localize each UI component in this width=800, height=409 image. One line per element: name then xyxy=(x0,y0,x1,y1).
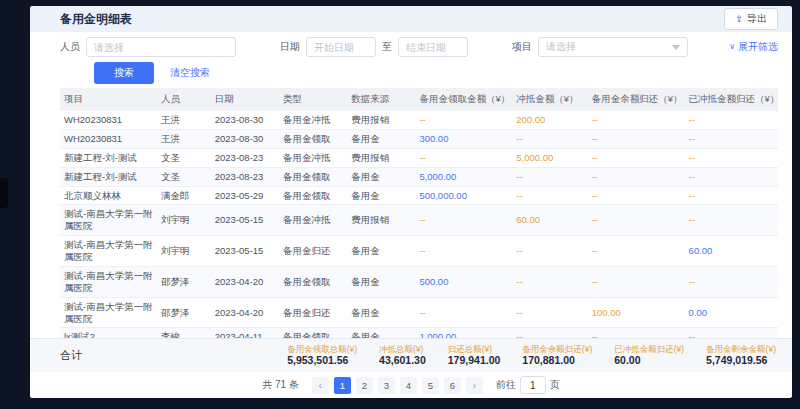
page-button-4[interactable]: 4 xyxy=(400,377,417,394)
table-cell: 备用金 xyxy=(347,186,415,205)
table-cell: 备用金 xyxy=(347,236,415,267)
table-cell: -- xyxy=(588,111,685,129)
person-select-input[interactable] xyxy=(86,37,236,57)
goto-page-input[interactable] xyxy=(520,376,546,394)
summary-item: 已冲抵金额归还(¥)60.00 xyxy=(614,344,684,368)
search-button[interactable]: 搜索 xyxy=(94,62,154,84)
table-row: lx测试2李峻2023-04-11备用金领取备用金1,000.00------ xyxy=(60,328,778,338)
project-select[interactable]: 请选择 xyxy=(538,37,688,57)
table-cell: 测试-南昌大学第一附属医院 xyxy=(60,236,157,267)
date-end-input[interactable] xyxy=(398,37,468,57)
table-cell: WH20230831 xyxy=(60,129,157,148)
table-cell: -- xyxy=(685,129,778,148)
table-cell: 备用金冲抵 xyxy=(279,148,347,167)
table-cell: -- xyxy=(588,167,685,186)
filter-row: 人员 日期 至 项目 请选择 ∨ 展开筛选 xyxy=(30,32,792,62)
table-row: WH20230831王洪2023-08-30备用金冲抵费用报销--200.00-… xyxy=(60,111,778,129)
summary-item-label: 冲抵总额(¥) xyxy=(379,344,426,354)
next-page-button[interactable]: › xyxy=(466,377,483,394)
table-cell: 500.00 xyxy=(415,266,512,297)
page-title: 备用金明细表 xyxy=(60,11,132,28)
summary-total-label: 合计 xyxy=(60,348,82,363)
column-header: 项目 xyxy=(60,88,157,111)
export-button[interactable]: ⇪ 导出 xyxy=(724,8,778,30)
date-filter-label: 日期 xyxy=(280,40,300,54)
page-button-6[interactable]: 6 xyxy=(444,377,461,394)
table-cell: 测试-南昌大学第一附属医院 xyxy=(60,205,157,236)
page-button-1[interactable]: 1 xyxy=(334,377,351,394)
table-row: 测试-南昌大学第一附属医院刘宇明2023-05-15备用金归还备用金------… xyxy=(60,236,778,267)
date-start-input[interactable] xyxy=(306,37,376,57)
table-cell: 60.00 xyxy=(512,205,587,236)
summary-item-value: 43,601.30 xyxy=(379,354,426,368)
table-row: 测试-南昌大学第一附属医院刘宇明2023-05-15备用金冲抵费用报销--60.… xyxy=(60,205,778,236)
table-cell: -- xyxy=(415,111,512,129)
table-cell: 2023-08-23 xyxy=(211,148,279,167)
column-header: 备用金余额归还（¥） xyxy=(588,88,685,111)
table-cell: -- xyxy=(415,297,512,328)
table-cell: -- xyxy=(685,186,778,205)
table-cell: -- xyxy=(588,328,685,338)
summary-item-value: 60.00 xyxy=(614,354,684,368)
table-cell: lx测试2 xyxy=(60,328,157,338)
table-row: 测试-南昌大学第一附属医院邵梦泽2023-04-20备用金归还备用金----10… xyxy=(60,297,778,328)
project-filter-label: 项目 xyxy=(512,40,532,54)
summary-item: 备用金余额归还(¥)170,881.00 xyxy=(522,344,592,368)
table-cell: -- xyxy=(512,129,587,148)
page-button-5[interactable]: 5 xyxy=(422,377,439,394)
table-cell: 2023-08-23 xyxy=(211,167,279,186)
table-cell: 备用金归还 xyxy=(279,236,347,267)
table-cell: 王洪 xyxy=(157,129,211,148)
table-cell: 备用金 xyxy=(347,328,415,338)
goto-prefix-label: 前往 xyxy=(496,378,516,392)
table-cell: -- xyxy=(685,111,778,129)
table-cell: -- xyxy=(588,148,685,167)
summary-item: 归还总额(¥)179,941.00 xyxy=(448,344,501,368)
expand-filters-link[interactable]: ∨ 展开筛选 xyxy=(729,40,778,54)
clear-search-link[interactable]: 清空搜索 xyxy=(170,66,210,80)
summary-item: 备用金领取总额(¥)5,953,501.56 xyxy=(287,344,357,368)
table-row: 新建工程-刘-测试文圣2023-08-23备用金领取备用金5,000.00---… xyxy=(60,167,778,186)
table-cell: 文圣 xyxy=(157,148,211,167)
page-button-2[interactable]: 2 xyxy=(356,377,373,394)
table-cell: 邵梦泽 xyxy=(157,266,211,297)
table-cell: 2023-05-15 xyxy=(211,205,279,236)
table-cell: WH20230831 xyxy=(60,111,157,129)
table-cell: -- xyxy=(415,205,512,236)
expand-filters-label: 展开筛选 xyxy=(738,40,778,54)
table-cell: 2023-05-29 xyxy=(211,186,279,205)
summary-item: 备用金剩余金额(¥)5,749,019.56 xyxy=(706,344,776,368)
sidebar-collapse-handle[interactable] xyxy=(0,178,8,208)
table-cell: 2023-08-30 xyxy=(211,111,279,129)
table-cell: -- xyxy=(588,205,685,236)
summary-items: 备用金领取总额(¥)5,953,501.56冲抵总额(¥)43,601.30归还… xyxy=(287,344,776,368)
column-header: 数据来源 xyxy=(347,88,415,111)
table-cell: 备用金领取 xyxy=(279,129,347,148)
table-cell: 100.00 xyxy=(588,297,685,328)
summary-item-value: 5,953,501.56 xyxy=(287,354,357,368)
column-header: 冲抵金额（¥） xyxy=(512,88,587,111)
table-row: 测试-南昌大学第一附属医院邵梦泽2023-04-20备用金领取备用金500.00… xyxy=(60,266,778,297)
table-cell: -- xyxy=(415,236,512,267)
table-cell: 2023-04-20 xyxy=(211,297,279,328)
table-cell: 备用金归还 xyxy=(279,297,347,328)
table-cell: 2023-05-15 xyxy=(211,236,279,267)
table-row: 北京顺义林林满金郎2023-05-29备用金领取备用金500,000.00---… xyxy=(60,186,778,205)
table-cell: -- xyxy=(512,297,587,328)
table-cell: -- xyxy=(512,328,587,338)
table-row: WH20230831王洪2023-08-30备用金领取备用金300.00----… xyxy=(60,129,778,148)
summary-item-label: 归还总额(¥) xyxy=(448,344,501,354)
page-button-3[interactable]: 3 xyxy=(378,377,395,394)
prev-page-button[interactable]: ‹ xyxy=(312,377,329,394)
column-header: 日期 xyxy=(211,88,279,111)
table-cell: 1,000.00 xyxy=(415,328,512,338)
goto-page-group: 前往 页 xyxy=(496,376,560,394)
table-cell: 备用金 xyxy=(347,167,415,186)
table-cell: 60.00 xyxy=(685,236,778,267)
table-cell: 文圣 xyxy=(157,167,211,186)
table-cell: 新建工程-刘-测试 xyxy=(60,167,157,186)
summary-item-label: 已冲抵金额归还(¥) xyxy=(614,344,684,354)
column-header: 人员 xyxy=(157,88,211,111)
table-cell: 备用金冲抵 xyxy=(279,205,347,236)
page-button-list: 123456 xyxy=(334,377,461,394)
